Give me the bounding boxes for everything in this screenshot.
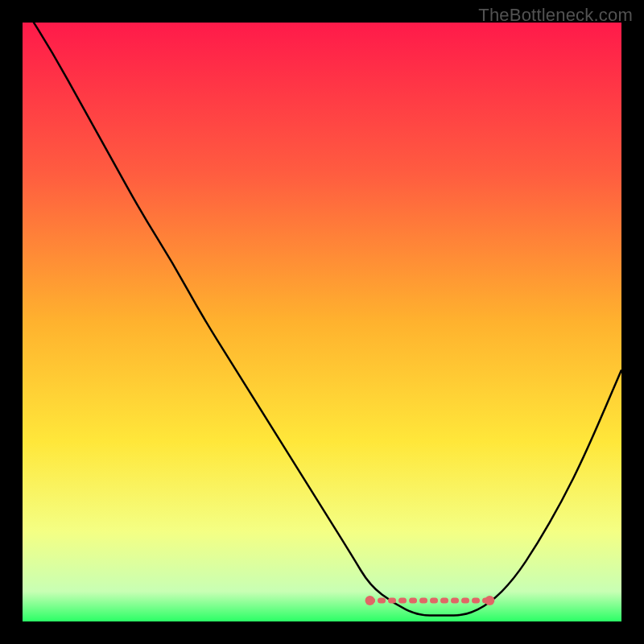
range-end-dot [485,596,494,605]
chart-background [23,23,621,621]
watermark-text: TheBottleneck.com [478,5,633,26]
range-start-dot [365,596,375,605]
bottleneck-chart [23,23,621,621]
